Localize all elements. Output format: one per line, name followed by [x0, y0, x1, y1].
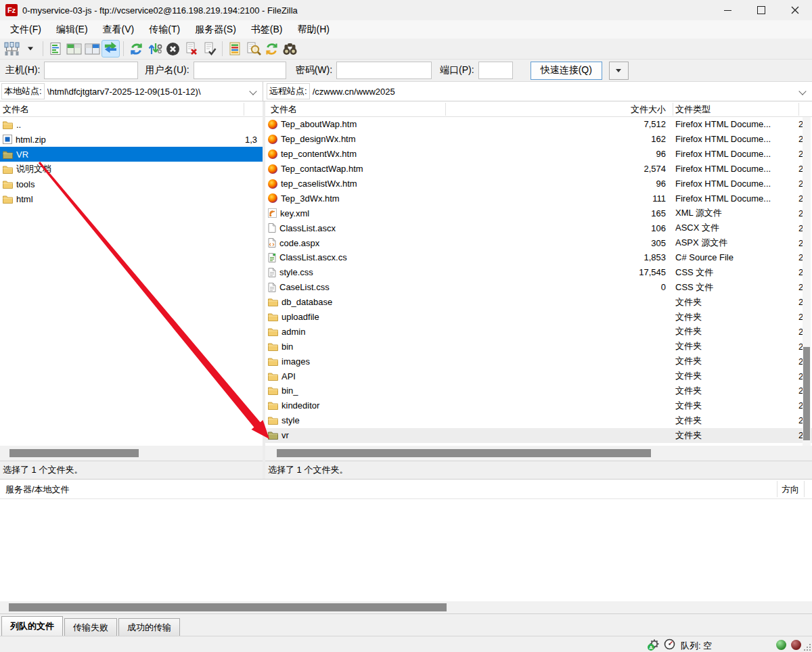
- remote-file-row[interactable]: images文件夹2: [265, 354, 812, 369]
- remote-file-row[interactable]: Tep_contactWap.htm2,574Firefox HTML Docu…: [265, 162, 812, 177]
- remote-file-row[interactable]: ClassList.ascx.cs1,853C# Source File2: [265, 250, 812, 265]
- menu-item[interactable]: 帮助(H): [290, 24, 336, 36]
- column-divider[interactable]: [777, 481, 777, 497]
- file-name: ..: [16, 120, 21, 130]
- file-type: 文件夹: [675, 385, 794, 397]
- remote-horizontal-scrollbar[interactable]: [265, 446, 812, 461]
- local-file-row[interactable]: VR: [0, 147, 263, 162]
- scrollbar-thumb[interactable]: [803, 347, 810, 440]
- toggle-remote-tree-icon[interactable]: [83, 40, 102, 57]
- close-button[interactable]: [778, 0, 812, 20]
- file-size: 162: [445, 134, 666, 144]
- filename-filters-icon[interactable]: [244, 40, 263, 57]
- scrollbar-thumb[interactable]: [9, 603, 447, 611]
- remote-file-row[interactable]: key.xml165XML 源文件2: [265, 206, 812, 220]
- speed-limit-icon[interactable]: [664, 638, 675, 652]
- remote-file-row[interactable]: bin文件夹2: [265, 339, 812, 354]
- column-filesize[interactable]: 文件大小: [445, 103, 666, 116]
- remote-file-row[interactable]: bin_文件夹2: [265, 383, 812, 398]
- menu-bar: 文件(F)编辑(E)查看(V)传输(T)服务器(S)书签(B)帮助(H): [0, 20, 812, 39]
- quickconnect-button[interactable]: 快速连接(Q): [531, 62, 602, 80]
- column-divider[interactable]: [798, 103, 799, 116]
- remote-file-row[interactable]: Tep_aboutWap.htm7,512Firefox HTML Docume…: [265, 117, 812, 132]
- username-input[interactable]: [194, 62, 286, 79]
- reset-successful-transfers-icon[interactable]: [200, 40, 219, 57]
- local-path-combobox[interactable]: \html\dfcjtgtarv7-2025-12-09(15-01-12)\: [47, 87, 249, 97]
- minimize-button[interactable]: [710, 0, 744, 20]
- queue-tab[interactable]: 传输失败: [64, 618, 117, 636]
- remote-file-row[interactable]: code.aspx305ASPX 源文件2: [265, 235, 812, 250]
- remote-column-header: 文件名 文件大小 文件类型: [265, 101, 812, 117]
- remote-file-row[interactable]: CaseList.css0CSS 文件2: [265, 280, 812, 295]
- local-file-row[interactable]: tools: [0, 177, 263, 191]
- menu-item[interactable]: 传输(T): [141, 24, 187, 36]
- local-file-row[interactable]: 说明文档: [0, 162, 263, 177]
- remote-file-row[interactable]: ClassList.ascx106ASCX 文件2: [265, 220, 812, 235]
- scrollbar-thumb[interactable]: [277, 449, 651, 457]
- column-direction[interactable]: 方向: [782, 484, 799, 496]
- column-divider[interactable]: [673, 103, 673, 116]
- scrollbar-thumb[interactable]: [9, 449, 139, 457]
- queue-tab[interactable]: 列队的文件: [1, 616, 63, 636]
- remote-file-row[interactable]: vr文件夹2: [265, 428, 812, 443]
- port-input[interactable]: [478, 62, 513, 79]
- menu-item[interactable]: 查看(V): [95, 24, 142, 36]
- column-filetype[interactable]: 文件类型: [675, 103, 710, 116]
- resize-grip[interactable]: [804, 643, 811, 652]
- column-server-local-file[interactable]: 服务器/本地文件: [5, 484, 70, 496]
- column-divider[interactable]: [244, 103, 244, 116]
- cancel-operation-icon[interactable]: [164, 40, 182, 57]
- menu-item[interactable]: 文件(F): [3, 24, 49, 36]
- toggle-transfer-queue-icon[interactable]: [102, 40, 120, 57]
- remote-file-row[interactable]: API文件夹2: [265, 369, 812, 383]
- file-type: CSS 文件: [675, 266, 794, 279]
- remove-failed-transfers-icon[interactable]: [182, 40, 200, 57]
- remote-file-row[interactable]: style文件夹2: [265, 413, 812, 428]
- queue-tab[interactable]: 成功的传输: [118, 618, 180, 636]
- remote-file-row[interactable]: tep_contentWx.htm96Firefox HTML Docume..…: [265, 147, 812, 162]
- remote-file-row[interactable]: style.css17,545CSS 文件2: [265, 265, 812, 280]
- local-file-row[interactable]: ..: [0, 117, 263, 132]
- find-files-icon[interactable]: [281, 40, 299, 57]
- quickconnect-dropdown-button[interactable]: [609, 62, 629, 80]
- maximize-button[interactable]: [744, 0, 778, 20]
- remote-file-row[interactable]: Tep_3dWx.htm111Firefox HTML Docume...2: [265, 191, 812, 206]
- synchronized-browsing-icon[interactable]: [263, 40, 281, 57]
- transfer-mode-gear-icon[interactable]: A: [647, 638, 660, 652]
- site-manager-dropdown-icon[interactable]: [21, 40, 39, 57]
- menu-item[interactable]: 编辑(E): [49, 24, 95, 36]
- file-name: html.zip: [16, 135, 46, 145]
- host-input[interactable]: [44, 62, 138, 79]
- local-horizontal-scrollbar[interactable]: [0, 446, 263, 461]
- password-input[interactable]: [336, 62, 432, 79]
- remote-file-row[interactable]: tep_caselistWx.htm96Firefox HTML Docume.…: [265, 177, 812, 191]
- remote-file-row[interactable]: kindeditor文件夹2: [265, 398, 812, 413]
- toggle-message-log-icon[interactable]: [47, 40, 65, 57]
- queue-horizontal-scrollbar[interactable]: [0, 601, 812, 613]
- local-file-row[interactable]: html.zip1,3: [0, 132, 263, 147]
- refresh-icon[interactable]: [127, 40, 145, 57]
- remote-file-row[interactable]: db_database文件夹2: [265, 295, 812, 310]
- column-divider[interactable]: [445, 103, 446, 116]
- svg-text:A: A: [649, 645, 653, 651]
- menu-item[interactable]: 服务器(S): [187, 24, 244, 36]
- firefox-icon: [268, 135, 277, 144]
- toggle-local-tree-icon[interactable]: [65, 40, 83, 57]
- remote-file-row[interactable]: admin文件夹2: [265, 324, 812, 339]
- chevron-down-icon[interactable]: [798, 87, 807, 95]
- remote-path-combobox[interactable]: /czwww.cn/www2025: [313, 87, 798, 97]
- file-type: 文件夹: [675, 370, 794, 382]
- remote-vertical-scrollbar[interactable]: [803, 117, 811, 446]
- remote-file-row[interactable]: uploadfile文件夹2: [265, 310, 812, 325]
- local-file-row[interactable]: html: [0, 191, 263, 206]
- menu-item[interactable]: 书签(B): [244, 24, 290, 36]
- chevron-down-icon[interactable]: [249, 87, 257, 95]
- process-queue-icon[interactable]: [145, 40, 164, 57]
- folder-icon: [268, 342, 278, 351]
- site-manager-icon[interactable]: [3, 40, 21, 57]
- directory-comparison-icon[interactable]: [226, 40, 244, 57]
- remote-file-row[interactable]: Tep_designWx.htm162Firefox HTML Docume..…: [265, 132, 812, 147]
- column-divider[interactable]: [804, 481, 805, 497]
- column-filename[interactable]: 文件名: [3, 103, 29, 116]
- column-filename[interactable]: 文件名: [271, 103, 297, 116]
